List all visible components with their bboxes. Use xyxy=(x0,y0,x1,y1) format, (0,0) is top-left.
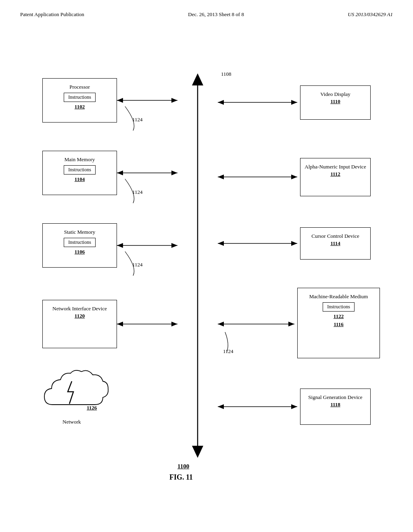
label-1124-2: 1124 xyxy=(132,189,143,195)
svg-marker-11 xyxy=(171,243,177,248)
cursor-control-box: Cursor Control Device 1114 xyxy=(300,227,371,260)
main-memory-instructions: Instructions xyxy=(64,165,96,175)
alpha-numeric-id: 1112 xyxy=(304,171,367,177)
alpha-numeric-title: Alpha-Numeric Input Device xyxy=(304,164,367,170)
static-memory-instructions: Instructions xyxy=(64,238,96,247)
network-interface-id: 1120 xyxy=(46,313,113,319)
main-memory-title: Main Memory xyxy=(46,156,113,163)
processor-id: 1102 xyxy=(46,104,113,110)
header-left: Patent Application Publication xyxy=(20,11,84,18)
video-display-id: 1110 xyxy=(304,98,367,105)
svg-marker-5 xyxy=(171,98,177,103)
static-memory-box: Static Memory Instructions 1106 xyxy=(42,223,117,268)
label-1100: 1100 xyxy=(177,463,189,470)
svg-marker-29 xyxy=(291,404,297,409)
signal-generation-box: Signal Generation Device 1118 xyxy=(300,389,371,425)
processor-box: Processor Instructions 1102 xyxy=(42,78,117,123)
static-memory-title: Static Memory xyxy=(46,229,113,235)
svg-marker-10 xyxy=(117,243,123,248)
processor-title: Processor xyxy=(46,84,113,90)
svg-marker-14 xyxy=(171,322,177,326)
label-1124-4: 1124 xyxy=(223,348,234,355)
header-center: Dec. 26, 2013 Sheet 8 of 8 xyxy=(188,11,244,18)
svg-marker-4 xyxy=(117,98,123,103)
machine-readable-title: Machine-Readable Medium xyxy=(301,293,376,300)
svg-marker-26 xyxy=(288,322,294,326)
svg-marker-25 xyxy=(218,322,224,326)
machine-readable-id: 1116 xyxy=(301,321,376,328)
svg-marker-22 xyxy=(218,241,224,246)
main-memory-box: Main Memory Instructions 1104 xyxy=(42,151,117,195)
alpha-numeric-box: Alpha-Numeric Input Device 1112 xyxy=(300,158,371,196)
video-display-box: Video Display 1110 xyxy=(300,85,371,120)
diagram-area: Processor Instructions 1102 Main Memory … xyxy=(0,26,413,501)
svg-marker-2 xyxy=(192,446,203,458)
machine-readable-instructions: Instructions xyxy=(323,302,355,312)
svg-marker-28 xyxy=(218,404,224,409)
video-display-title: Video Display xyxy=(304,91,367,98)
label-1124-3: 1124 xyxy=(132,262,143,268)
svg-marker-1 xyxy=(192,73,203,85)
cursor-control-title: Cursor Control Device xyxy=(304,233,367,239)
svg-marker-13 xyxy=(117,322,123,326)
machine-readable-inner-id: 1122 xyxy=(301,313,376,320)
svg-marker-20 xyxy=(291,175,297,179)
svg-marker-23 xyxy=(291,241,297,246)
header-right: US 2013/0342629 A1 xyxy=(348,11,393,18)
svg-marker-16 xyxy=(218,100,224,105)
processor-instructions: Instructions xyxy=(64,93,96,102)
signal-generation-title: Signal Generation Device xyxy=(304,394,367,401)
signal-generation-id: 1118 xyxy=(304,401,367,408)
svg-marker-8 xyxy=(171,170,177,175)
network-cloud xyxy=(40,364,113,421)
cursor-control-id: 1114 xyxy=(304,240,367,247)
main-memory-id: 1104 xyxy=(46,176,113,183)
svg-marker-17 xyxy=(291,100,297,105)
machine-readable-box: Machine-Readable Medium Instructions 112… xyxy=(297,288,380,358)
label-1126: 1126 xyxy=(87,405,97,411)
static-memory-id: 1106 xyxy=(46,249,113,255)
svg-marker-19 xyxy=(218,175,224,179)
label-1124-1: 1124 xyxy=(132,116,143,123)
svg-marker-7 xyxy=(117,170,123,175)
network-label: Network xyxy=(63,419,81,425)
network-interface-title: Network Interface Device xyxy=(46,305,113,312)
label-1108: 1108 xyxy=(221,71,232,77)
network-interface-box: Network Interface Device 1120 xyxy=(42,300,117,348)
page-header: Patent Application Publication Dec. 26, … xyxy=(0,0,413,18)
fig-label: FIG. 11 xyxy=(169,473,193,482)
